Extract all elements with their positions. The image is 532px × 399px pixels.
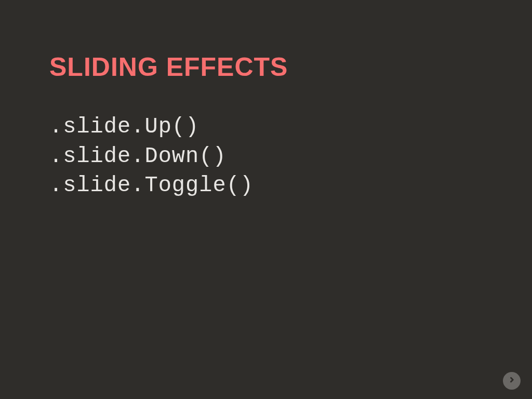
code-line: .slide.Toggle() — [49, 172, 483, 200]
slide-title: SLIDING EFFECTS — [49, 52, 483, 82]
code-line: .slide.Up() — [49, 113, 483, 141]
code-list: .slide.Up() .slide.Down() .slide.Toggle(… — [49, 113, 483, 200]
code-line: .slide.Down() — [49, 143, 483, 170]
slide-container: SLIDING EFFECTS .slide.Up() .slide.Down(… — [0, 0, 532, 399]
arrow-right-icon — [507, 375, 516, 387]
svg-point-0 — [508, 376, 516, 384]
next-slide-button[interactable] — [503, 372, 521, 390]
